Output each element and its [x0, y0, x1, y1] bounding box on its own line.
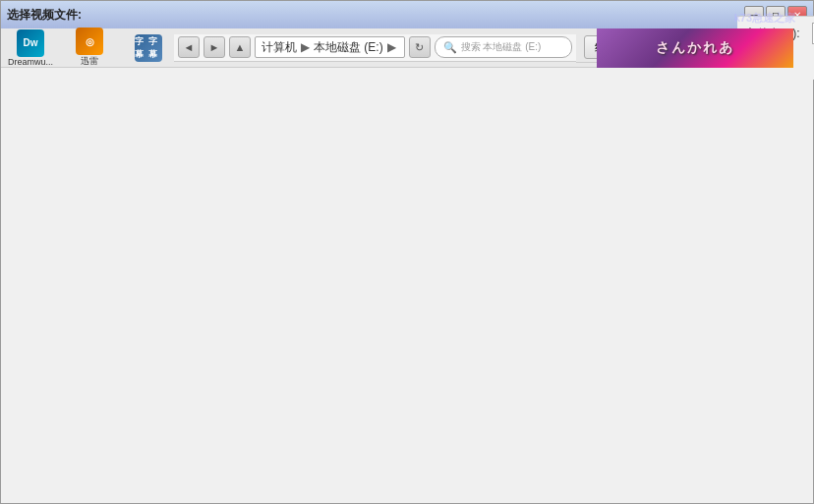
anime-header: さんかれあ: [597, 28, 793, 68]
tool3-label: 字幕: [148, 35, 162, 61]
tool3-icon: 字幕 字幕: [135, 34, 162, 62]
search-placeholder: 搜索 本地磁盘 (E:): [461, 40, 542, 54]
search-icon: 🔍: [443, 41, 457, 54]
dreamweaver-icon: Dw: [17, 29, 44, 57]
icon-toolbar: Dw Dreamwu... ◎ 迅雷 字幕 字幕 さんかれあ ◄ ► ▲ 计算机…: [1, 28, 813, 68]
tool2-icon-item[interactable]: ◎ 迅雷: [64, 28, 115, 68]
refresh-button[interactable]: ↻: [409, 36, 431, 58]
address-path[interactable]: 计算机 ▶ 本地磁盘 (E:) ▶: [255, 36, 405, 58]
up-button[interactable]: ▲: [229, 36, 251, 58]
tool2-label: 迅雷: [81, 55, 98, 68]
window-title: 选择视频文件:: [7, 7, 744, 24]
toolbar-icons: Dw Dreamwu... ◎ 迅雷 字幕 字幕 さんかれあ: [5, 28, 174, 68]
address-bar: ◄ ► ▲ 计算机 ▶ 本地磁盘 (E:) ▶ ↻ 🔍 搜索 本地磁盘 (E:): [174, 34, 576, 62]
title-bar: 选择视频文件: ─ □ ✕: [1, 1, 813, 28]
dreamweaver-icon-item[interactable]: Dw Dreamwu...: [5, 29, 56, 67]
tool3-icon-item[interactable]: 字幕 字幕: [123, 34, 174, 62]
back-button[interactable]: ◄: [178, 36, 200, 58]
main-window: 选择视频文件: ─ □ ✕ Dw Dreamwu... ◎ 迅雷 字幕 字幕: [0, 0, 814, 504]
path-computer: 计算机 ▶ 本地磁盘 (E:) ▶: [262, 39, 398, 56]
tool2-icon: ◎: [76, 28, 103, 55]
search-box[interactable]: 🔍 搜索 本地磁盘 (E:): [435, 36, 572, 58]
anime-title: さんかれあ: [656, 39, 734, 57]
forward-button[interactable]: ►: [204, 36, 225, 58]
dreamweaver-label: Dreamwu...: [8, 57, 53, 67]
